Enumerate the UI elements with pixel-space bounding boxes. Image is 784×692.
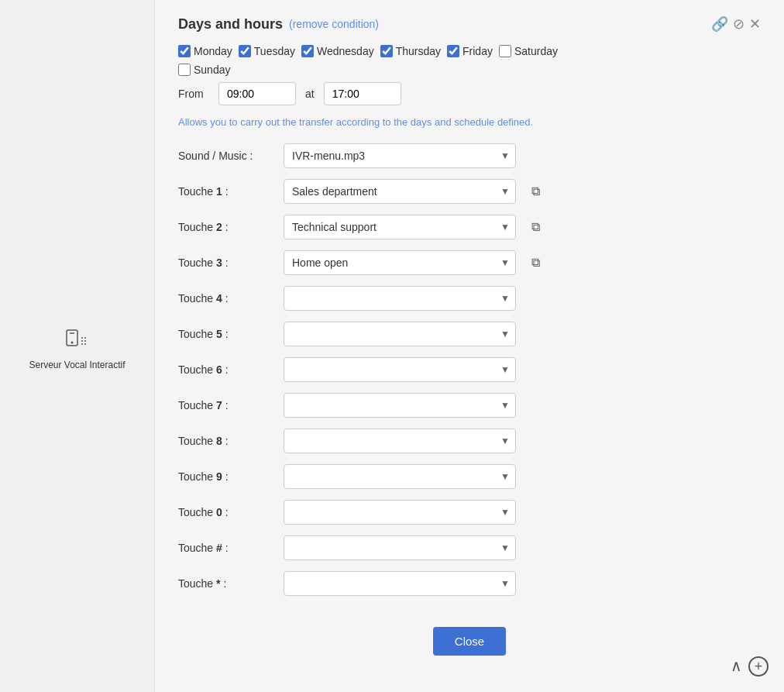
time-row: From at xyxy=(178,82,761,105)
day-friday[interactable]: Friday xyxy=(447,45,493,57)
svg-point-4 xyxy=(84,337,86,339)
helper-text: Allows you to carry out the transfer acc… xyxy=(178,116,761,128)
days-row: Monday Tuesday Wednesday Thursday Friday… xyxy=(178,45,761,57)
touche-8-select-wrapper: ▼ xyxy=(284,429,516,453)
touche-hash-select-wrapper: ▼ xyxy=(284,535,516,560)
touche-hash-label: Touche # : xyxy=(178,542,271,554)
sound-music-select-wrapper: IVR-menu.mp3 ▼ xyxy=(284,143,516,168)
touche-9-label: Touche 9 : xyxy=(178,470,271,483)
day-wednesday[interactable]: Wednesday xyxy=(301,45,374,57)
touche-star-label: Touche * : xyxy=(178,577,271,590)
touche-star-row: Touche * : ▼ xyxy=(178,571,761,596)
touche-6-select-wrapper: ▼ xyxy=(284,357,516,382)
sidebar: Serveur Vocal Interactif xyxy=(0,0,155,692)
header-actions: 🔗 ⊘ ✕ xyxy=(711,15,761,33)
svg-point-1 xyxy=(70,342,73,344)
at-label: at xyxy=(305,88,315,100)
touche-4-select-wrapper: ▼ xyxy=(284,286,516,311)
svg-point-5 xyxy=(81,340,83,342)
svg-point-7 xyxy=(81,343,83,345)
touche-8-row: Touche 8 : ▼ xyxy=(178,429,761,453)
days-row-2: Sunday xyxy=(178,64,761,76)
close-button[interactable]: Close xyxy=(433,627,506,656)
touche-4-row: Touche 4 : ▼ xyxy=(178,286,761,311)
day-thursday[interactable]: Thursday xyxy=(380,45,441,57)
svg-point-8 xyxy=(84,343,86,345)
touche-hash-row: Touche # : ▼ xyxy=(178,535,761,560)
checkbox-wednesday[interactable] xyxy=(301,45,314,57)
touche-8-select[interactable] xyxy=(284,429,516,453)
checkbox-friday[interactable] xyxy=(447,45,459,57)
external-link-icon-1[interactable]: ⧉ xyxy=(531,184,540,198)
touche-7-select-wrapper: ▼ xyxy=(284,393,516,418)
touche-hash-select[interactable] xyxy=(284,535,516,560)
touche-5-label: Touche 5 : xyxy=(178,328,271,340)
svg-point-6 xyxy=(84,340,86,342)
touche-5-row: Touche 5 : ▼ xyxy=(178,322,761,346)
day-tuesday[interactable]: Tuesday xyxy=(239,45,295,57)
sound-music-label: Sound / Music : xyxy=(178,150,271,162)
checkbox-saturday[interactable] xyxy=(499,45,511,57)
touche-5-select-wrapper: ▼ xyxy=(284,322,516,346)
touche-0-row: Touche 0 : ▼ xyxy=(178,500,761,525)
external-link-icon-3[interactable]: ⧉ xyxy=(531,256,540,270)
bottom-actions: ∧ + xyxy=(731,656,769,677)
sound-music-select[interactable]: IVR-menu.mp3 xyxy=(284,143,516,168)
touche-6-row: Touche 6 : ▼ xyxy=(178,357,761,382)
touche-1-select[interactable]: Sales department xyxy=(284,179,516,204)
add-icon[interactable]: + xyxy=(748,656,769,677)
touche-9-select[interactable] xyxy=(284,464,516,489)
touche-1-row: Touche 1 : Sales department ▼ ⧉ xyxy=(178,179,761,204)
touche-5-select[interactable] xyxy=(284,322,516,346)
sound-music-row: Sound / Music : IVR-menu.mp3 ▼ xyxy=(178,143,761,168)
sidebar-item-label: Serveur Vocal Interactif xyxy=(29,360,125,370)
touche-7-label: Touche 7 : xyxy=(178,399,271,411)
touche-2-select[interactable]: Technical support xyxy=(284,215,516,239)
remove-condition-link[interactable]: (remove condition) xyxy=(289,18,379,30)
day-saturday[interactable]: Saturday xyxy=(499,45,558,57)
touche-star-select[interactable] xyxy=(284,571,516,596)
touche-1-select-wrapper: Sales department ▼ xyxy=(284,179,516,204)
ban-icon[interactable]: ⊘ xyxy=(733,15,744,33)
touche-6-label: Touche 6 : xyxy=(178,363,271,376)
svg-point-3 xyxy=(81,337,83,339)
sidebar-item-ivr[interactable]: Serveur Vocal Interactif xyxy=(29,325,125,370)
touche-2-row: Touche 2 : Technical support ▼ ⧉ xyxy=(178,215,761,239)
touche-0-label: Touche 0 : xyxy=(178,506,271,518)
checkbox-thursday[interactable] xyxy=(380,45,393,57)
collapse-icon[interactable]: ∧ xyxy=(731,656,742,677)
touche-3-select[interactable]: Home open xyxy=(284,250,516,275)
touche-2-label: Touche 2 : xyxy=(178,221,271,233)
touche-0-select-wrapper: ▼ xyxy=(284,500,516,525)
touche-4-label: Touche 4 : xyxy=(178,292,271,305)
from-time-input[interactable] xyxy=(218,82,296,105)
to-time-input[interactable] xyxy=(324,82,401,105)
touche-8-label: Touche 8 : xyxy=(178,435,271,447)
link-icon[interactable]: 🔗 xyxy=(711,15,728,33)
main-content: Days and hours (remove condition) 🔗 ⊘ ✕ … xyxy=(155,0,784,692)
touche-1-label: Touche 1 : xyxy=(178,185,271,198)
touche-3-row: Touche 3 : Home open ▼ ⧉ xyxy=(178,250,761,275)
touche-6-select[interactable] xyxy=(284,357,516,382)
phone-icon xyxy=(65,325,90,355)
touche-7-select[interactable] xyxy=(284,393,516,418)
close-icon[interactable]: ✕ xyxy=(749,15,761,33)
touche-9-row: Touche 9 : ▼ xyxy=(178,464,761,489)
panel-title: Days and hours xyxy=(178,16,283,33)
day-monday[interactable]: Monday xyxy=(178,45,232,57)
checkbox-monday[interactable] xyxy=(178,45,191,57)
checkbox-sunday[interactable] xyxy=(178,64,191,76)
touche-star-select-wrapper: ▼ xyxy=(284,571,516,596)
touche-0-select[interactable] xyxy=(284,500,516,525)
touche-2-select-wrapper: Technical support ▼ xyxy=(284,215,516,239)
touche-7-row: Touche 7 : ▼ xyxy=(178,393,761,418)
touche-3-select-wrapper: Home open ▼ xyxy=(284,250,516,275)
panel-header: Days and hours (remove condition) 🔗 ⊘ ✕ xyxy=(178,15,761,33)
touche-4-select[interactable] xyxy=(284,286,516,311)
external-link-icon-2[interactable]: ⧉ xyxy=(531,220,540,234)
touche-3-label: Touche 3 : xyxy=(178,256,271,269)
touche-9-select-wrapper: ▼ xyxy=(284,464,516,489)
from-label: From xyxy=(178,88,209,100)
day-sunday[interactable]: Sunday xyxy=(178,64,230,76)
checkbox-tuesday[interactable] xyxy=(239,45,251,57)
